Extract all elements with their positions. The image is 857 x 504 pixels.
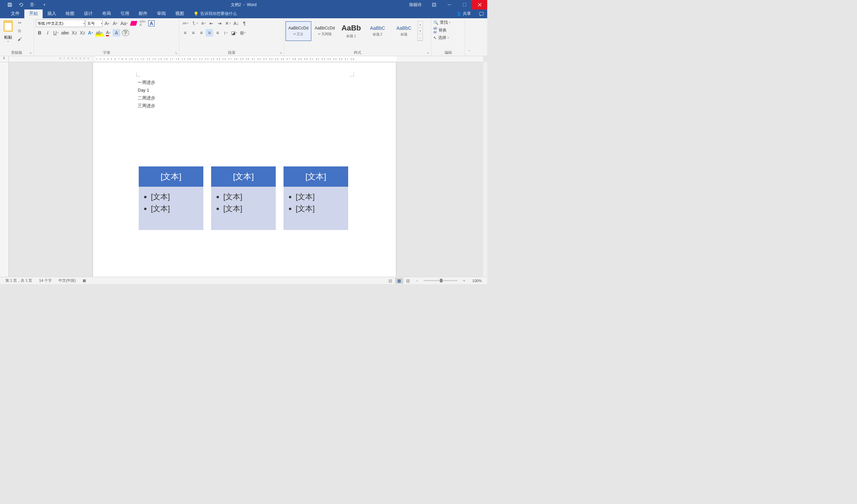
- collapse-ribbon-icon[interactable]: ˄: [465, 18, 473, 56]
- maximize-icon[interactable]: [457, 0, 472, 10]
- enclosed-char-icon[interactable]: 字: [121, 29, 130, 36]
- decrease-indent-icon[interactable]: ⇤: [208, 20, 215, 27]
- smartart-card[interactable]: [文本] [文本][文本]: [139, 166, 203, 230]
- align-right-icon[interactable]: ≡: [198, 29, 205, 36]
- cut-icon[interactable]: ✂: [16, 20, 23, 27]
- numbering-icon[interactable]: ⒈: [190, 20, 199, 27]
- select-button[interactable]: ↖选择▾: [433, 35, 449, 40]
- dialog-launcher-icon[interactable]: ↘: [279, 51, 283, 55]
- save-icon[interactable]: [6, 1, 14, 9]
- smartart-item[interactable]: [文本]: [151, 191, 199, 203]
- style-title[interactable]: AaBbC标题: [391, 21, 417, 41]
- bold-icon[interactable]: B: [36, 29, 43, 36]
- zoom-slider[interactable]: [424, 280, 457, 281]
- justify-icon[interactable]: ≡: [206, 29, 213, 36]
- word-count[interactable]: 14 个字: [35, 278, 55, 283]
- line-spacing-icon[interactable]: ↕: [222, 29, 230, 36]
- change-case-icon[interactable]: Aa: [119, 20, 129, 27]
- smartart-title[interactable]: [文本]: [211, 166, 276, 187]
- subscript-icon[interactable]: X2: [71, 29, 78, 36]
- list-icon[interactable]: ☰: [29, 1, 36, 9]
- smartart-graphic[interactable]: [文本] [文本][文本] [文本] [文本][文本] [文本] [文本][文本…: [139, 166, 348, 230]
- tab-insert[interactable]: 插入: [43, 9, 61, 18]
- char-border-icon[interactable]: A: [147, 20, 155, 27]
- tab-references[interactable]: 引用: [116, 9, 134, 18]
- page-number[interactable]: 第 1 页，共 1 页: [2, 278, 35, 283]
- underline-icon[interactable]: U: [52, 29, 60, 36]
- smartart-item[interactable]: [文本]: [223, 203, 271, 215]
- font-name-input[interactable]: 等线 (中文正文)▾: [36, 20, 85, 27]
- paste-button[interactable]: 粘贴 ▾: [1, 19, 15, 43]
- close-icon[interactable]: [472, 0, 487, 10]
- tab-draw[interactable]: 绘图: [61, 9, 79, 18]
- text-line[interactable]: 三周进步: [138, 102, 155, 110]
- bullets-icon[interactable]: ≔: [181, 20, 190, 27]
- macro-icon[interactable]: ▦: [79, 279, 89, 283]
- tab-review[interactable]: 审阅: [152, 9, 170, 18]
- tell-me-input[interactable]: 💡告诉我你想要做什么: [189, 9, 241, 18]
- format-painter-icon[interactable]: 🖌: [16, 36, 23, 43]
- show-marks-icon[interactable]: ¶: [240, 20, 248, 27]
- smartart-item[interactable]: [文本]: [151, 203, 199, 215]
- smartart-title[interactable]: [文本]: [284, 166, 348, 187]
- vertical-scrollbar[interactable]: [483, 62, 487, 277]
- share-button[interactable]: 👤共享: [452, 9, 476, 18]
- styles-more-button[interactable]: ▴▾⌄: [418, 21, 423, 41]
- shading-icon[interactable]: ◪: [230, 29, 238, 36]
- print-layout-icon[interactable]: ▦: [395, 278, 403, 284]
- user-name[interactable]: 陈丽诗: [405, 2, 426, 8]
- tab-view[interactable]: 视图: [170, 9, 189, 18]
- text-line[interactable]: Day 1: [138, 86, 155, 94]
- web-layout-icon[interactable]: ▧: [404, 278, 412, 284]
- smartart-title[interactable]: [文本]: [139, 166, 203, 187]
- tab-layout[interactable]: 布局: [98, 9, 116, 18]
- feedback-icon[interactable]: [476, 10, 487, 18]
- sort-icon[interactable]: A↓: [232, 20, 240, 27]
- qat-custom-icon[interactable]: ▾: [40, 1, 48, 9]
- copy-icon[interactable]: ⎘: [16, 29, 23, 34]
- align-center-icon[interactable]: ≡: [189, 29, 197, 36]
- tab-mailings[interactable]: 邮件: [134, 9, 152, 18]
- font-size-input[interactable]: 五号▾: [86, 20, 102, 27]
- language[interactable]: 中文(中国): [55, 278, 79, 283]
- style-heading1[interactable]: AaBb标题 1: [338, 21, 364, 41]
- zoom-out-button[interactable]: −: [413, 278, 421, 284]
- tab-design[interactable]: 设计: [79, 9, 98, 18]
- document-text[interactable]: 一周进步 Day 1 二周进步 三周进步: [138, 79, 155, 110]
- zoom-level[interactable]: 100%: [469, 279, 485, 283]
- style-normal[interactable]: AaBbCcDd↵ 正文: [286, 21, 311, 41]
- ruler-corner[interactable]: L: [0, 56, 9, 62]
- dialog-launcher-icon[interactable]: ↘: [426, 51, 430, 55]
- replace-button[interactable]: abac替换: [433, 27, 447, 34]
- grow-font-icon[interactable]: A▴: [103, 20, 111, 27]
- tab-file[interactable]: 文件: [6, 9, 24, 18]
- minimize-icon[interactable]: [441, 0, 457, 10]
- dialog-launcher-icon[interactable]: ↘: [29, 51, 33, 55]
- distribute-icon[interactable]: ≡: [214, 29, 221, 36]
- zoom-in-button[interactable]: +: [460, 278, 468, 284]
- smartart-card[interactable]: [文本] [文本][文本]: [284, 166, 348, 230]
- borders-icon[interactable]: ⊞: [239, 29, 247, 36]
- align-left-icon[interactable]: ≡: [181, 29, 189, 36]
- text-effects-icon[interactable]: A: [87, 29, 95, 36]
- highlight-icon[interactable]: ab: [95, 29, 104, 36]
- read-mode-icon[interactable]: ▤: [386, 278, 394, 284]
- vertical-ruler[interactable]: [0, 62, 9, 277]
- ribbon-options-icon[interactable]: [426, 0, 441, 10]
- shrink-font-icon[interactable]: A▾: [111, 20, 119, 27]
- superscript-icon[interactable]: X2: [79, 29, 86, 36]
- increase-indent-icon[interactable]: ⇥: [216, 20, 223, 27]
- phonetic-icon[interactable]: wénA: [138, 20, 147, 27]
- asian-layout-icon[interactable]: ✕: [224, 20, 232, 27]
- text-line[interactable]: 一周进步: [138, 79, 155, 86]
- style-heading2[interactable]: AaBbC标题 2: [365, 21, 390, 41]
- strike-icon[interactable]: abc: [60, 29, 70, 36]
- italic-icon[interactable]: I: [44, 29, 51, 36]
- smartart-item[interactable]: [文本]: [296, 203, 343, 215]
- smartart-item[interactable]: [文本]: [296, 191, 343, 203]
- multilevel-icon[interactable]: ≡: [200, 20, 207, 27]
- clear-format-icon[interactable]: [130, 20, 138, 27]
- text-line[interactable]: 二周进步: [138, 94, 155, 102]
- font-color-icon[interactable]: A: [104, 29, 112, 36]
- smartart-item[interactable]: [文本]: [223, 191, 271, 203]
